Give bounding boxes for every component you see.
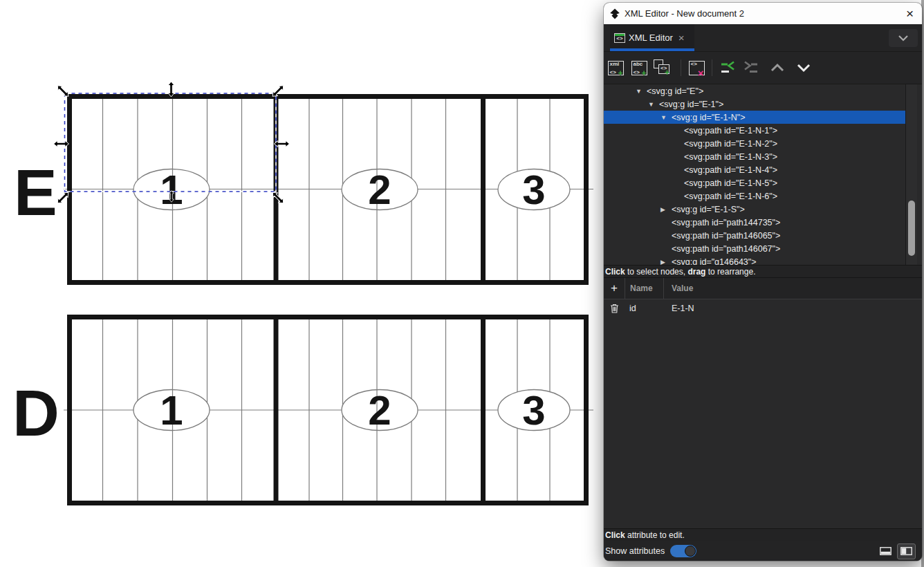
unindent-node-button[interactable] [716,56,739,80]
attributes-empty-area [604,317,922,528]
name-column-header: Name [625,284,663,293]
section-number[interactable]: 3 [522,387,545,434]
expander-icon[interactable]: ▶ [660,206,672,213]
xml-node-label: <svg:path id="path144735"> [672,218,780,227]
hint-text: to rearrange. [705,267,755,277]
toolbar-separator [712,59,712,76]
show-attributes-label: Show attributes [605,546,665,556]
xml-node-label: <svg:g id="g146643"> [672,257,757,266]
xml-node-row[interactable]: <svg:path id="E-1-N-5"> [604,176,906,189]
toggle-knob[interactable] [685,546,696,557]
new-element-node-icon: xml <> + [608,61,624,75]
xml-node-row[interactable]: <svg:path id="path146065"> [604,229,906,242]
new-text-node-button[interactable]: abc <> + [627,56,651,80]
xml-node-row[interactable]: ▶<svg:g id="E-1-S"> [604,203,906,216]
move-node-down-button[interactable] [792,56,815,80]
xml-toolbar: xml <> + abc <> + <> + [604,52,922,84]
tab-xml-editor[interactable]: <> XML Editor × [610,24,694,51]
trash-icon [610,304,619,313]
xml-node-label: <svg:path id="E-1-N-5"> [684,178,777,188]
row-e-group[interactable]: 1 2 3 E [14,94,593,285]
attribute-value[interactable]: E-1-N [663,304,922,313]
window-title: XML Editor - New document 2 [625,8,744,19]
delete-node-button[interactable]: <> × [685,56,708,80]
inkscape-canvas: 1 2 3 E 1 [0,0,924,567]
xml-node-label: <svg:path id="E-1-N-3"> [684,152,777,162]
layout-vertical-button[interactable] [897,543,916,559]
delete-attribute-button[interactable] [604,304,625,313]
scale-handle-n[interactable] [168,82,174,97]
xml-node-row-selected[interactable]: ▼<svg:g id="E-1-N"> [604,111,906,124]
section-number[interactable]: 2 [368,167,391,213]
tree-scrollbar-thumb[interactable] [908,201,915,256]
expander-icon[interactable]: ▼ [636,88,647,95]
xml-node-label: <svg:g id="E-1"> [659,100,723,109]
hint-text: Click [605,530,625,540]
xml-node-label: <svg:path id="E-1-N-1"> [684,126,777,136]
layout-horizontal-button[interactable] [876,543,895,559]
panel-bottom-bar: Show attributes [604,541,922,561]
attribute-name[interactable]: id [625,304,663,313]
tab-close-icon[interactable]: × [678,32,685,44]
hint-text: drag [687,267,705,277]
add-attribute-button[interactable]: + [604,281,625,295]
xml-node-row[interactable]: <svg:path id="E-1-N-3"> [604,150,906,163]
hint-text: to select nodes, [625,267,688,277]
inkscape-logo-icon [609,8,620,19]
xml-node-row[interactable]: <svg:path id="E-1-N-2"> [604,137,906,150]
xml-node-row[interactable]: <svg:path id="path146067"> [604,242,906,255]
indent-node-button[interactable] [739,56,763,80]
tree-hint-bar: Click to select nodes, drag to rearrange… [604,265,922,277]
xml-editor-tab-icon: <> [614,33,625,43]
tab-bar: <> XML Editor × [604,24,922,52]
expander-icon[interactable]: ▼ [648,101,659,108]
attribute-hint-bar: Click attribute to edit. [604,528,922,541]
expander-icon[interactable]: ▶ [660,259,672,266]
xml-node-label: <svg:path id="E-1-N-2"> [684,139,777,149]
scale-handle-w[interactable] [54,141,69,147]
window-titlebar[interactable]: XML Editor - New document 2 × [604,3,922,24]
xml-node-label: <svg:path id="path146065"> [672,231,780,241]
new-element-node-button[interactable]: xml <> + [604,56,627,80]
xml-node-label: <svg:g id="E"> [647,86,703,96]
xml-node-row[interactable]: <svg:path id="E-1-N-1"> [604,124,906,137]
xml-node-label: <svg:g id="E-1-S"> [672,205,745,214]
expander-icon[interactable]: ▼ [660,114,672,121]
delete-node-icon: <> × [689,61,705,75]
xml-node-row[interactable]: ▼<svg:g id="E-1"> [604,97,906,111]
section-number[interactable]: 1 [160,387,183,434]
xml-node-row[interactable]: ▼<svg:g id="E"> [604,84,906,97]
xml-editor-window: XML Editor - New document 2 × <> XML Edi… [604,3,922,561]
row-d-group[interactable]: 1 2 3 D [12,315,593,505]
chevron-down-icon [795,61,812,75]
section-number[interactable]: 1 [160,167,183,213]
scale-handle-e[interactable] [275,141,290,147]
xml-node-row[interactable]: <svg:path id="E-1-N-6"> [604,189,906,203]
duplicate-node-button[interactable]: <> + [651,56,677,80]
layout-vertical-icon [900,547,912,555]
show-attributes-toggle[interactable] [670,545,696,557]
hint-text: Click [605,267,625,277]
xml-node-label: <svg:path id="E-1-N-6"> [684,192,777,201]
new-text-node-icon: abc <> + [631,61,647,75]
tab-label: XML Editor [629,32,673,43]
xml-node-row[interactable]: ▶<svg:g id="g146643"> [604,255,906,265]
tree-scrollbar[interactable] [905,84,917,265]
unindent-node-icon [719,59,736,76]
window-close-icon[interactable]: × [906,7,914,20]
scale-handle-nw[interactable] [55,84,71,99]
section-number[interactable]: 3 [522,167,545,213]
move-node-up-button[interactable] [766,56,789,80]
attribute-row[interactable]: id E-1-N [604,299,922,317]
row-d-label[interactable]: D [12,377,59,449]
section-number[interactable]: 2 [368,387,391,434]
xml-node-tree[interactable]: ▼<svg:g id="E"> ▼<svg:g id="E-1"> ▼<svg:… [604,84,922,265]
layout-horizontal-icon [880,547,891,555]
panel-menu-button[interactable] [889,29,918,47]
xml-node-row[interactable]: <svg:path id="path144735"> [604,216,906,229]
row-e-label[interactable]: E [14,156,57,229]
xml-node-row[interactable]: <svg:path id="E-1-N-4"> [604,163,906,176]
xml-node-label: <svg:g id="E-1-N"> [672,113,746,122]
chevron-up-icon [769,61,786,75]
chevron-down-icon [898,35,909,41]
